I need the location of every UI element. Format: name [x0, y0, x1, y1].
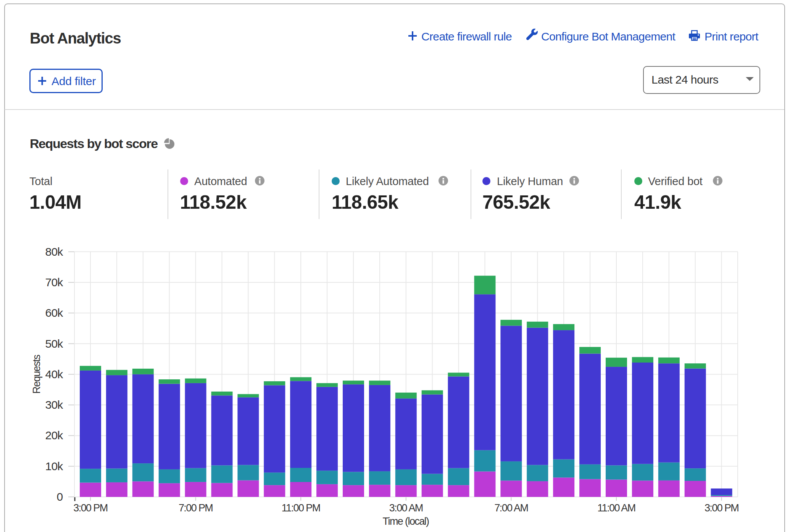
svg-text:60k: 60k	[45, 306, 64, 319]
svg-text:11:00 AM: 11:00 AM	[597, 502, 635, 514]
svg-text:70k: 70k	[45, 276, 64, 289]
svg-text:7:00 AM: 7:00 AM	[494, 502, 528, 514]
svg-text:3:00 AM: 3:00 AM	[389, 502, 423, 514]
svg-text:10k: 10k	[45, 460, 64, 472]
svg-text:Requests: Requests	[31, 355, 42, 393]
svg-text:30k: 30k	[45, 398, 64, 411]
svg-text:Time (local): Time (local)	[383, 516, 429, 527]
svg-text:3:00 PM: 3:00 PM	[73, 502, 107, 514]
svg-text:50k: 50k	[45, 337, 64, 350]
svg-text:80k: 80k	[45, 245, 64, 258]
svg-text:11:00 PM: 11:00 PM	[282, 502, 320, 514]
svg-text:3:00 PM: 3:00 PM	[705, 502, 738, 514]
svg-text:20k: 20k	[45, 429, 64, 442]
svg-text:0: 0	[57, 490, 63, 503]
svg-text:7:00 PM: 7:00 PM	[179, 502, 213, 514]
svg-text:40k: 40k	[45, 368, 64, 380]
